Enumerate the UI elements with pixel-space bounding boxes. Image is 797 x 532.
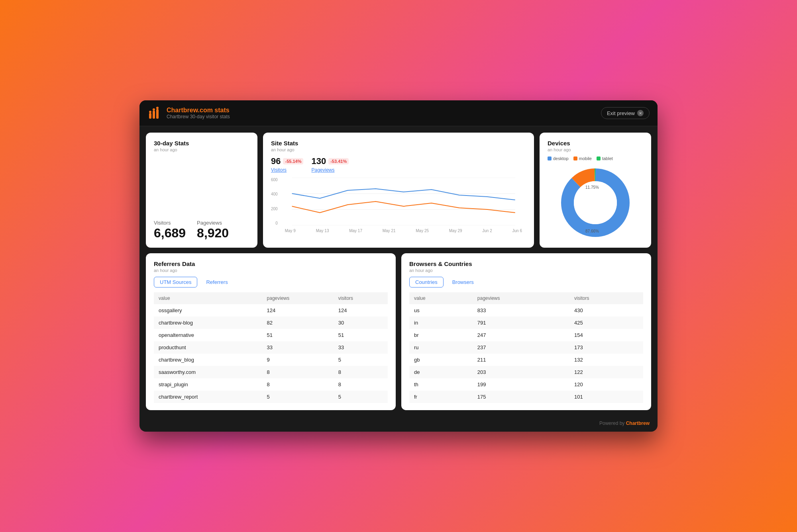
referrers-title: Referrers Data [154,260,388,267]
visitors-stat: Visitors 6,689 [154,220,186,241]
countries-header-row: value pageviews visitors [409,292,643,304]
chart-y-axis: 600 400 200 0 [271,178,279,225]
cell-pageviews-bc: 247 [473,329,569,341]
cell-visitors-bc: 122 [569,366,643,378]
donut-svg: 87.66% 11.75% [558,165,633,241]
mobile-pct-label: 11.75% [585,185,599,190]
cell-visitors: 8 [334,378,388,391]
mobile-label: mobile [579,156,592,161]
tab-browsers[interactable]: Browsers [447,277,479,288]
tab-countries[interactable]: Countries [409,277,444,288]
donut-chart: 87.66% 11.75% [548,165,643,241]
cell-pageviews: 33 [262,341,334,354]
col-value-bc: value [409,292,473,304]
svg-rect-1 [153,111,155,119]
cell-pageviews: 8 [262,366,334,378]
table-row: de203122 [409,366,643,378]
x-label-may29: May 29 [449,229,462,233]
close-icon: ✕ [637,110,644,116]
cell-pageviews-bc: 237 [473,341,569,354]
referrers-subtitle: an hour ago [154,268,388,273]
table-row: in791425 [409,317,643,329]
table-row: gb211132 [409,354,643,366]
devices-subtitle: an hour ago [548,147,643,152]
chart-x-labels: May 9 May 13 May 17 May 21 May 25 May 29… [281,229,526,233]
table-row: producthunt3333 [154,341,388,354]
cell-visitors-bc: 425 [569,317,643,329]
bc-title: Browsers & Countries [409,260,643,267]
col-pageviews-bc: pageviews [473,292,569,304]
x-label-jun6: Jun 6 [512,229,522,233]
col-visitors: visitors [334,292,388,304]
bottom-row: Referrers Data an hour ago UTM Sources R… [146,253,651,410]
cell-value-bc: us [409,304,473,317]
cell-pageviews: 5 [262,391,334,403]
cell-value: producthunt [154,341,262,354]
table-row: us833430 [409,304,643,317]
site-visitors-label[interactable]: Visitors [271,167,303,173]
table-row: br247154 [409,329,643,341]
dashboard: Chartbrew.com stats Chartbrew 30-day vis… [139,100,658,432]
site-stats-title: Site Stats [271,140,526,147]
cell-pageviews-bc: 791 [473,317,569,329]
cell-pageviews-bc: 175 [473,391,569,403]
tablet-dot [597,156,601,160]
site-stats-card: Site Stats an hour ago 96 -55.14% Visito… [263,133,534,248]
line-chart [281,178,526,225]
cell-pageviews-bc: 211 [473,354,569,366]
table-row: chartbrew_blog95 [154,354,388,366]
svg-point-3 [149,111,151,113]
cell-pageviews-bc: 833 [473,304,569,317]
footer-brand: Chartbrew [626,421,650,426]
x-label-may13: May 13 [316,229,329,233]
bc-subtitle: an hour ago [409,268,643,273]
cell-value-bc: fr [409,391,473,403]
bc-tabs: Countries Browsers [409,277,643,288]
stats-numbers: Visitors 6,689 Pageviews 8,920 [154,204,249,241]
tab-utm-sources[interactable]: UTM Sources [154,277,197,288]
cell-visitors: 8 [334,366,388,378]
visitors-label: Visitors [154,220,186,226]
devices-card: Devices an hour ago desktop mobile table… [540,133,651,248]
col-value: value [154,292,262,304]
countries-table: value pageviews visitors us833430in79142… [409,292,643,403]
site-stats-header: 96 -55.14% Visitors 130 -53.41% Pageview… [271,156,526,173]
pageviews-stat: Pageviews 8,920 [197,220,229,241]
header-title: Chartbrew.com stats [167,107,230,114]
svg-rect-2 [156,109,159,119]
cell-value-bc: gb [409,354,473,366]
cell-value: ossgallery [154,304,262,317]
cell-visitors: 33 [334,341,388,354]
cell-pageviews-bc: 199 [473,378,569,391]
cell-value: openalternative [154,329,262,341]
cell-value-bc: in [409,317,473,329]
desktop-label: desktop [553,156,569,161]
cell-pageviews: 9 [262,354,334,366]
cell-visitors: 30 [334,317,388,329]
cell-value: chartbrew-blog [154,317,262,329]
cell-value: saasworthy.com [154,366,262,378]
legend-tablet: tablet [597,156,613,161]
chart-area: May 9 May 13 May 17 May 21 May 25 May 29… [281,178,526,233]
cell-visitors-bc: 154 [569,329,643,341]
exit-preview-button[interactable]: Exit preview ✕ [601,107,650,119]
cell-value: chartbrew_report [154,391,262,403]
site-pageviews-top: 130 -53.41% [311,156,349,166]
header-subtitle: Chartbrew 30-day visitor stats [167,114,230,119]
stats-subtitle: an hour ago [154,147,249,152]
x-label-jun2: Jun 2 [482,229,492,233]
table-row: fr175101 [409,391,643,403]
cell-visitors-bc: 132 [569,354,643,366]
cell-pageviews: 51 [262,329,334,341]
cell-value: chartbrew_blog [154,354,262,366]
table-row: saasworthy.com88 [154,366,388,378]
legend-mobile: mobile [573,156,592,161]
site-pageviews-label[interactable]: Pageviews [311,167,349,173]
x-label-may25: May 25 [416,229,429,233]
tab-referrers[interactable]: Referrers [200,277,233,288]
site-pageviews-badge: -53.41% [328,158,349,164]
site-visitors-top: 96 -55.14% [271,156,303,166]
site-visitors-badge: -55.14% [283,158,303,164]
footer-text: Powered by [599,421,626,426]
table-row: strapi_plugin88 [154,378,388,391]
